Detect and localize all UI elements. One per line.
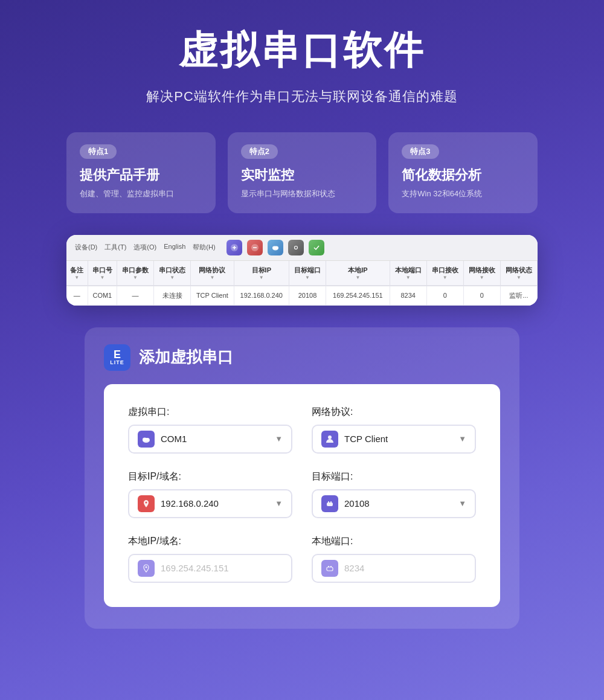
window-menu: 设备(D) 工具(T) 选项(O) English 帮助(H) xyxy=(75,243,216,252)
cell-remark: — xyxy=(66,286,88,306)
table-row[interactable]: — COM1 — 未连接 TCP Client 192.168.0.240 20… xyxy=(66,286,538,306)
col-header-net-status: 网络状态▼ xyxy=(500,261,537,286)
feature-card-3: 特点3 简化数据分析 支持Win 32和64位系统 xyxy=(388,132,538,213)
target-port-select[interactable]: 20108 ▼ xyxy=(312,489,476,518)
target-port-value: 20108 xyxy=(344,498,370,509)
network-protocol-select-left: TCP Client xyxy=(321,431,388,448)
feature-tag-1: 特点1 xyxy=(80,144,117,159)
cell-target-port: 20108 xyxy=(289,286,326,306)
svg-rect-19 xyxy=(328,566,329,567)
form-group-network-protocol: 网络协议: TCP Client ▼ xyxy=(312,406,476,454)
menu-item-help[interactable]: 帮助(H) xyxy=(193,243,215,252)
feature-desc-3: 支持Win 32和64位系统 xyxy=(402,188,524,200)
feature-tag-2: 特点2 xyxy=(241,144,278,159)
col-header-protocol: 网络协议▼ xyxy=(191,261,234,286)
feature-title-3: 简化数据分析 xyxy=(402,166,524,184)
local-ip-input[interactable]: 169.254.245.151 xyxy=(128,554,292,583)
col-header-status: 串口状态▼ xyxy=(154,261,191,286)
target-ip-value: 192.168.0.240 xyxy=(161,498,219,509)
col-header-serial-rx: 串口接收▼ xyxy=(426,261,463,286)
cell-params: — xyxy=(117,286,154,306)
virtual-port-select[interactable]: COM1 ▼ xyxy=(128,425,292,454)
form-group-target-port: 目标端口: 20108 ▼ xyxy=(312,470,476,518)
cell-status: 未连接 xyxy=(154,286,191,306)
main-title: 虚拟串口软件 xyxy=(179,24,425,77)
form-row-3: 本地IP/域名: 169.254.245.151 本地端口: xyxy=(128,535,476,583)
svg-point-11 xyxy=(146,438,150,441)
feature-desc-2: 显示串口与网络数据和状态 xyxy=(241,188,364,200)
target-port-label: 目标端口: xyxy=(312,470,476,483)
local-port-label: 本地端口: xyxy=(312,535,476,548)
virtual-port-icon xyxy=(138,431,155,448)
toolbar-icon-delete[interactable] xyxy=(247,240,263,255)
menu-item-english[interactable]: English xyxy=(164,243,185,252)
cell-net-status: 监听... xyxy=(500,286,537,306)
col-header-target-port: 目标端口▼ xyxy=(289,261,326,286)
toolbar-icon-add[interactable] xyxy=(226,240,242,255)
cell-net-rx: 0 xyxy=(463,286,500,306)
network-protocol-label: 网络协议: xyxy=(312,406,476,419)
target-ip-label: 目标IP/域名: xyxy=(128,470,292,483)
window-topbar: 设备(D) 工具(T) 选项(O) English 帮助(H) xyxy=(66,235,538,261)
feature-desc-1: 创建、管理、监控虚拟串口 xyxy=(80,188,202,200)
cell-protocol: TCP Client xyxy=(191,286,234,306)
table-area: 备注▼ 串口号▼ 串口参数▼ 串口状态▼ 网络协议▼ 目标IP▼ 目标端口▼ 本… xyxy=(66,261,538,306)
target-ip-select[interactable]: 192.168.0.240 ▼ xyxy=(128,489,292,518)
svg-point-17 xyxy=(146,566,147,568)
svg-point-12 xyxy=(328,435,332,439)
col-header-port: 串口号▼ xyxy=(88,261,117,286)
col-header-remark: 备注▼ xyxy=(66,261,88,286)
toolbar-icon-cloud[interactable] xyxy=(268,240,283,255)
network-protocol-select[interactable]: TCP Client ▼ xyxy=(312,425,476,454)
form-group-virtual-port: 虚拟串口: COM1 ▼ xyxy=(128,406,292,454)
svg-point-8 xyxy=(294,246,297,249)
menu-item-device[interactable]: 设备(D) xyxy=(75,243,97,252)
toolbar-icon-settings[interactable] xyxy=(288,240,304,255)
feature-card-1: 特点1 提供产品手册 创建、管理、监控虚拟串口 xyxy=(66,132,216,213)
dialog-title: 添加虚拟串口 xyxy=(139,347,233,368)
form-group-target-ip: 目标IP/域名: 192.168.0.240 ▼ xyxy=(128,470,292,518)
cell-serial-rx: 0 xyxy=(426,286,463,306)
target-port-icon xyxy=(321,495,338,512)
cell-local-port: 8234 xyxy=(390,286,426,306)
svg-rect-15 xyxy=(328,501,329,503)
form-row-2: 目标IP/域名: 192.168.0.240 ▼ xyxy=(128,470,476,518)
local-port-input[interactable]: 8234 xyxy=(312,554,476,583)
form-group-local-ip: 本地IP/域名: 169.254.245.151 xyxy=(128,535,292,583)
toolbar-icon-check[interactable] xyxy=(309,240,324,255)
software-window: 设备(D) 工具(T) 选项(O) English 帮助(H) xyxy=(66,235,538,306)
features-section: 特点1 提供产品手册 创建、管理、监控虚拟串口 特点2 实时监控 显示串口与网络… xyxy=(66,132,538,213)
menu-item-options[interactable]: 选项(O) xyxy=(133,243,156,252)
virtual-port-label: 虚拟串口: xyxy=(128,406,292,419)
feature-title-1: 提供产品手册 xyxy=(80,166,202,184)
virtual-port-arrow-icon: ▼ xyxy=(275,434,283,443)
target-ip-icon xyxy=(138,495,155,512)
dialog-body: 虚拟串口: COM1 ▼ xyxy=(104,384,500,607)
virtual-port-value: COM1 xyxy=(161,434,187,444)
local-ip-placeholder: 169.254.245.151 xyxy=(161,563,229,573)
network-protocol-arrow-icon: ▼ xyxy=(458,434,466,443)
dialog-container: E LITE 添加虚拟串口 虚拟串口: xyxy=(85,327,519,629)
col-header-params: 串口参数▼ xyxy=(117,261,154,286)
col-header-local-ip: 本地IP▼ xyxy=(326,261,390,286)
svg-rect-16 xyxy=(330,501,332,503)
form-row-1: 虚拟串口: COM1 ▼ xyxy=(128,406,476,454)
form-group-local-port: 本地端口: 8234 xyxy=(312,535,476,583)
logo-subtitle: LITE xyxy=(110,360,124,365)
feature-card-2: 特点2 实时监控 显示串口与网络数据和状态 xyxy=(228,132,377,213)
feature-title-2: 实时监控 xyxy=(241,166,364,184)
logo-letter: E xyxy=(114,349,121,360)
svg-point-13 xyxy=(146,501,147,503)
svg-point-7 xyxy=(275,246,278,249)
dialog-header: E LITE 添加虚拟串口 xyxy=(104,344,500,371)
data-table: 备注▼ 串口号▼ 串口参数▼ 串口状态▼ 网络协议▼ 目标IP▼ 目标端口▼ 本… xyxy=(66,261,538,306)
menu-item-tools[interactable]: 工具(T) xyxy=(104,243,126,252)
target-ip-arrow-icon: ▼ xyxy=(275,499,283,508)
local-ip-icon xyxy=(138,560,155,577)
cell-local-ip: 169.254.245.151 xyxy=(326,286,390,306)
network-protocol-icon xyxy=(321,431,338,448)
network-protocol-value: TCP Client xyxy=(344,434,388,444)
local-port-icon xyxy=(321,560,338,577)
cell-port: COM1 xyxy=(88,286,117,306)
window-icons xyxy=(226,240,324,255)
